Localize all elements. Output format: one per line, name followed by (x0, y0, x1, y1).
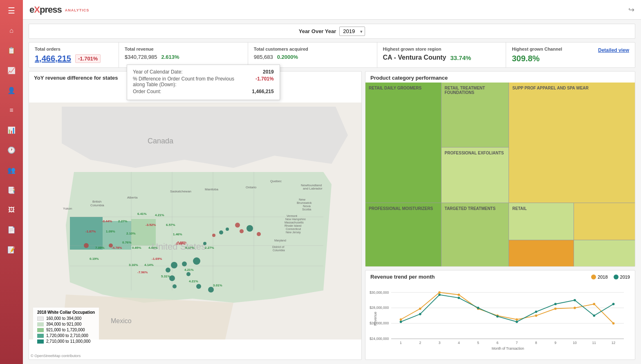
svg-point-76 (182, 261, 187, 266)
svg-point-83 (208, 287, 214, 293)
sidebar-icon-analytics[interactable]: 📈 (5, 64, 18, 77)
svg-text:6: 6 (497, 341, 499, 345)
svg-text:2.27%: 2.27% (118, 219, 128, 223)
header-bar: eXpress ANALYTICS ↪ (23, 0, 641, 20)
svg-text:3.16%: 3.16% (129, 263, 138, 267)
legend-label-2: 394,000 to 921,000 (46, 322, 81, 326)
svg-point-116 (574, 307, 576, 309)
tooltip-diff-label: % Difference in Order Count from the Pre… (133, 76, 247, 87)
svg-point-67 (247, 225, 253, 232)
tm-orange-1[interactable] (509, 240, 574, 267)
kpi-region-name: CA - Ventura County (383, 54, 446, 61)
kpi-revenue-label: Total revenue (125, 47, 242, 51)
svg-text:6.41%: 6.41% (137, 212, 147, 216)
svg-point-128 (574, 299, 576, 301)
right-panels: Product category performance RETAIL DAIL… (365, 71, 635, 360)
kpi-revenue-values: $340,728,985 2.613% (125, 54, 242, 60)
map-panel: YoY revenue difference for states (29, 71, 362, 360)
svg-text:5.31%: 5.31% (161, 275, 170, 278)
legend-2018: 2018 (591, 275, 607, 279)
svg-text:Revenue: Revenue (373, 312, 377, 326)
sidebar-icon-document[interactable]: 📄 (5, 223, 18, 236)
sidebar-icon-notes[interactable]: 📝 (5, 243, 18, 256)
svg-text:12: 12 (612, 341, 616, 345)
sidebar-icon-report[interactable]: 📋 (5, 44, 18, 57)
svg-text:Quebec: Quebec (270, 179, 282, 183)
logo-text: eXpress (29, 4, 62, 15)
svg-point-74 (203, 242, 206, 245)
tm-label-retail-treatment: RETAIL TREATMENT FOUNDATIONS (445, 86, 506, 95)
svg-point-79 (186, 272, 191, 276)
tm-supp-prof[interactable]: SUPP PROF APPAREL AND SPA WEAR (509, 83, 635, 203)
svg-point-129 (593, 315, 595, 317)
logout-icon[interactable]: ↪ (628, 5, 634, 14)
kpi-orders-label: Total orders (35, 47, 113, 51)
treemap-grid[interactable]: RETAIL DAILY GROOMERS RETAIL TREATMENT F… (365, 83, 635, 266)
map-legend: 2018 White Collar Occupation 160,000 to … (33, 308, 99, 347)
svg-text:Maryland: Maryland (274, 239, 286, 242)
legend-label-5: 2,710,000 to 11,000,000 (46, 339, 90, 344)
tm-retail-daily-groomers[interactable]: RETAIL DAILY GROOMERS (365, 83, 441, 203)
tm-retail-2[interactable] (574, 203, 635, 240)
legend-label-1: 160,000 to 394,000 (46, 316, 81, 321)
tm-professional-moisturizers[interactable]: PROFESSIONAL MOISTURIZERS (365, 203, 441, 267)
svg-text:Columbia: Columbia (90, 203, 104, 207)
chart-area: $30,000,000 $28,000,000 $26,000,000 $24,… (365, 281, 635, 360)
svg-text:5: 5 (477, 341, 479, 345)
legend-label-2018: 2018 (598, 275, 607, 279)
svg-point-75 (171, 262, 177, 268)
svg-text:Rhode Island: Rhode Island (285, 224, 301, 227)
sidebar-icon-chart[interactable]: 📊 (5, 124, 18, 136)
map-area[interactable]: Canada United States Mexico British Colu… (29, 83, 361, 360)
legend-2019: 2019 (614, 275, 630, 279)
tm-targeted-treatments[interactable]: TARGETED TREATMENTS (442, 203, 509, 267)
svg-point-120 (419, 313, 421, 315)
sidebar-icon-home[interactable]: ⌂ (7, 25, 16, 37)
year-select-dropdown[interactable]: 2017 2018 2019 2020 (339, 27, 365, 36)
kpi-customers-values: 985,683 0.2000% (254, 54, 371, 60)
svg-text:3: 3 (439, 341, 441, 345)
legend-color-2 (37, 322, 44, 326)
svg-text:6.57%: 6.57% (166, 223, 175, 227)
trend-panel: Revenue trend per month 2018 2019 (365, 270, 635, 360)
tm-professional-exfoliants[interactable]: PROFESSIONAL EXFOLIANTS (442, 147, 509, 203)
sidebar-icon-users[interactable]: 👥 (5, 164, 18, 176)
sidebar-icon-list[interactable]: ≡ (7, 104, 16, 116)
sidebar-icon-history[interactable]: 🕐 (5, 144, 18, 156)
tooltip-box: Year of Calendar Date: 2019 % Difference… (127, 65, 280, 100)
legend-label-3: 921,000 to 1,720,000 (46, 328, 85, 332)
svg-point-73 (257, 232, 261, 236)
svg-text:-7.96%: -7.96% (137, 270, 148, 274)
tm-label-retail-daily: RETAIL DAILY GROOMERS (369, 86, 421, 90)
kpi-channel-values: 309.8% (512, 54, 629, 63)
svg-text:$24,000,000: $24,000,000 (370, 337, 389, 341)
kpi-detailed-link[interactable]: Detailed view (598, 47, 629, 53)
tooltip-year-value: 2019 (263, 69, 274, 75)
tm-green-3[interactable] (574, 240, 635, 267)
tm-retail[interactable]: RETAIL (509, 203, 574, 240)
hamburger-menu[interactable]: ☰ (6, 4, 17, 17)
legend-title: 2018 White Collar Occupation (37, 310, 95, 315)
svg-text:3.01%: 3.01% (213, 284, 222, 287)
svg-text:Saskatchewan: Saskatchewan (170, 190, 191, 193)
tm-retail-treatment[interactable]: RETAIL TREATMENT FOUNDATIONS (442, 83, 509, 147)
kpi-orders-value[interactable]: 1,466,215 (35, 54, 71, 63)
svg-text:9: 9 (554, 341, 556, 345)
svg-text:Mexico: Mexico (111, 317, 132, 324)
svg-point-118 (612, 322, 615, 325)
main-content: eXpress ANALYTICS ↪ Year Over Year 2017 … (23, 0, 641, 364)
sidebar-icon-user[interactable]: 👤 (5, 84, 18, 97)
svg-text:Connecticut: Connecticut (286, 228, 301, 230)
sidebar-icon-gallery[interactable]: 🖼 (6, 204, 17, 216)
sidebar-icon-pages[interactable]: 📑 (5, 184, 18, 197)
svg-text:1: 1 (400, 341, 402, 345)
tm-label-supp-prof: SUPP PROF APPAREL AND SPA WEAR (512, 86, 589, 90)
svg-point-71 (226, 228, 229, 231)
svg-text:4: 4 (458, 341, 460, 345)
svg-point-72 (212, 234, 215, 237)
svg-point-123 (477, 307, 480, 309)
legend-item-4: 1,720,000 to 2,710,000 (37, 333, 95, 338)
svg-point-66 (109, 243, 113, 248)
year-select-wrapper: 2017 2018 2019 2020 (339, 27, 365, 36)
svg-text:-1.87%: -1.87% (85, 230, 96, 233)
